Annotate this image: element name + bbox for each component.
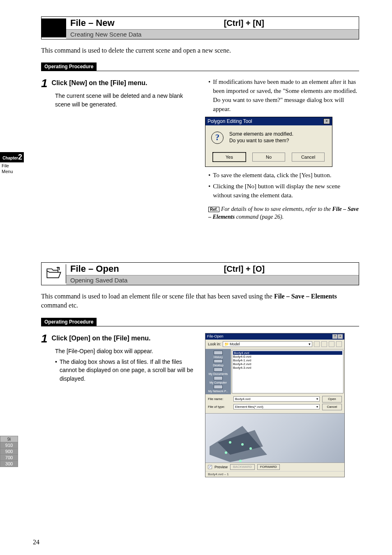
ref-line: Ref.For details of how to save elements,… xyxy=(208,205,359,221)
help-icon[interactable]: ? xyxy=(332,334,337,339)
mycomputer-icon[interactable] xyxy=(214,376,223,380)
op-proc-bar-1: Operating Procedure xyxy=(41,62,359,71)
right-b2-text: Clicking the [No] button will display th… xyxy=(213,182,359,200)
step-1-number: 1 xyxy=(41,78,48,89)
svg-point-4 xyxy=(225,451,227,454)
right-intro-bullet: •If modifications have been made to an e… xyxy=(208,78,359,113)
back-icon[interactable] xyxy=(314,341,320,347)
section2: File – Open [Ctrl] + [O] Opening Saved D… xyxy=(41,262,359,477)
fo-main: History Desktop My Documents My Computer… xyxy=(205,349,344,394)
up-icon[interactable] xyxy=(321,341,327,347)
right-intro: If modifications have been made to an el… xyxy=(213,78,359,113)
side-chapter-tab: Chapter2 File Menu xyxy=(0,152,24,174)
section1-description: This command is used to delete the curre… xyxy=(41,46,359,55)
list-item[interactable]: Body4.vvd xyxy=(233,351,342,355)
s2-sub-text: The dialog box shows a list of files. If… xyxy=(60,358,195,383)
section1-header: File – New [Ctrl] + [N] Creating New Sce… xyxy=(41,16,359,39)
side-box-4: 300 xyxy=(0,460,18,467)
chevron-down-icon: ▾ xyxy=(316,397,318,401)
close-icon[interactable]: × xyxy=(323,118,330,124)
fo-toolbar: Look in: 📁 Model▾ xyxy=(205,340,344,349)
s2-step-1-number: 1 xyxy=(41,333,48,345)
yes-button[interactable]: Yes xyxy=(213,153,246,162)
look-in-label: Look in: xyxy=(208,342,221,346)
side-box-2: 900 xyxy=(0,448,18,455)
confirm-msg-1: Some elements are modified. xyxy=(229,131,293,138)
section2-shortcut: [Ctrl] + [O] xyxy=(224,264,265,274)
list-item[interactable]: Body4-0.vvd xyxy=(233,355,342,358)
section1-subtitle: Creating New Scene Data xyxy=(66,29,359,39)
chapter-badge: Chapter2 xyxy=(0,152,24,162)
confirm-dialog-title: Polygon Editing Tool xyxy=(208,118,252,124)
look-in-combo[interactable]: 📁 Model▾ xyxy=(223,341,312,347)
fo-status-bar: Body4.vvd – 1 xyxy=(205,471,344,477)
section2-header: File – Open [Ctrl] + [O] Opening Saved D… xyxy=(41,262,359,285)
chapter-number: 2 xyxy=(18,153,22,161)
section1-icon-box xyxy=(42,18,66,37)
network-icon[interactable] xyxy=(214,385,223,389)
history-icon[interactable] xyxy=(214,351,223,355)
page: Chapter2 File Menu 9i 910 900 700 300 Fi… xyxy=(0,0,392,555)
op-proc-bar-2: Operating Procedure xyxy=(41,318,359,326)
file-open-dialog: File-Open ? × Look in: 📁 Model▾ xyxy=(205,333,345,477)
svg-point-6 xyxy=(239,460,242,462)
section2-right-col: File-Open ? × Look in: 📁 Model▾ xyxy=(205,333,359,477)
section2-icon-box xyxy=(42,264,66,283)
section2-description: This command is used to load an element … xyxy=(41,292,359,310)
section2-subtitle: Opening Saved Data xyxy=(66,275,359,285)
forward-button[interactable]: FORWARD xyxy=(257,464,280,470)
backward-button[interactable]: BACKWARD xyxy=(230,464,255,470)
file-name-input[interactable]: Body4.vvd▾ xyxy=(233,396,320,402)
fo-file-list[interactable]: Body4.vvd Body4-0.vvd Body4-1.vvd Body4-… xyxy=(232,350,344,393)
chapter-word: Chapter xyxy=(2,156,18,160)
mydocs-icon[interactable] xyxy=(214,368,223,372)
side-label-1: File xyxy=(0,163,24,168)
fo-bottom: File name: Body4.vvd▾ Open File of type:… xyxy=(205,394,344,413)
op-proc-label-2: Operating Procedure xyxy=(41,318,97,326)
file-type-label: File of type: xyxy=(208,405,231,409)
new-folder-icon[interactable] xyxy=(329,341,334,347)
side-model-boxes: 9i 910 900 700 300 xyxy=(0,436,18,467)
step-1-title: Click [New] on the [File] menu. xyxy=(52,79,148,89)
confirm-dialog-buttons: Yes No Cancel xyxy=(205,150,332,166)
list-item[interactable]: Body4-3.vvd xyxy=(233,366,342,370)
confirm-dialog-body: ? Some elements are modified. Do you wan… xyxy=(205,125,332,150)
desktop-icon[interactable] xyxy=(214,359,223,363)
s2-sub-bullet: •The dialog box shows a list of files. I… xyxy=(55,358,195,383)
preview-checkbox[interactable]: ✓ xyxy=(208,465,212,469)
chevron-down-icon: ▾ xyxy=(309,342,311,346)
side-box-1: 910 xyxy=(0,442,18,449)
cancel-button[interactable]: Cancel xyxy=(322,404,342,410)
file-type-select[interactable]: Element files(*.vvd)▾ xyxy=(233,404,320,409)
step-1-body: The current scene will be deleted and a … xyxy=(55,92,195,109)
open-button[interactable]: Open xyxy=(322,396,342,402)
s2-step-1: 1 Click [Open] on the [File] menu. xyxy=(41,333,195,345)
op-proc-label-1: Operating Procedure xyxy=(41,62,97,71)
preview-label: Preview xyxy=(214,465,228,469)
list-item[interactable]: Body4-1.vvd xyxy=(233,358,342,362)
right-b1: •To save the element data, click the [Ye… xyxy=(208,171,359,180)
confirm-msg-2: Do you want to save them? xyxy=(229,138,293,144)
section1-title: File – New xyxy=(70,18,224,28)
cancel-button[interactable]: Cancel xyxy=(292,153,325,162)
s2-step-1-title: Click [Open] on the [File] menu. xyxy=(52,335,151,345)
page-number: 24 xyxy=(33,539,39,546)
s2-step-1-body: The [File-Open] dialog box will appear. xyxy=(55,347,195,355)
folder-open-icon xyxy=(46,266,62,282)
views-icon[interactable] xyxy=(336,341,342,347)
close-icon[interactable]: × xyxy=(338,334,343,339)
side-label-2: Menu xyxy=(0,169,24,174)
fo-titlebar: File-Open ? × xyxy=(205,333,344,340)
question-icon: ? xyxy=(211,132,224,144)
section2-left-col: 1 Click [Open] on the [File] menu. The [… xyxy=(41,333,195,477)
section1-left-col: 1 Click [New] on the [File] menu. The cu… xyxy=(41,78,195,221)
chevron-down-icon: ▾ xyxy=(316,405,318,409)
ref-text: For details of how to save elements, ref… xyxy=(208,206,359,220)
list-item[interactable]: Body4-2.vvd xyxy=(233,362,342,366)
fo-preview-controls: ✓ Preview BACKWARD FORWARD xyxy=(205,462,344,471)
no-button[interactable]: No xyxy=(252,153,285,162)
right-b1-text: To save the element data, click the [Yes… xyxy=(213,171,331,180)
section1-shortcut: [Ctrl] + [N] xyxy=(224,18,264,28)
section1-columns: 1 Click [New] on the [File] menu. The cu… xyxy=(41,78,359,221)
svg-point-2 xyxy=(229,441,231,444)
